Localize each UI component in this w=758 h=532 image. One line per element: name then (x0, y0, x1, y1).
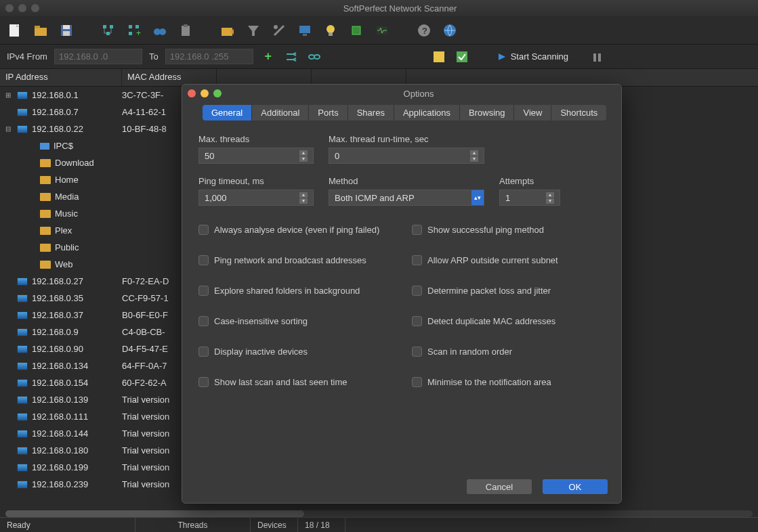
checkbox-option[interactable]: Show last scan and last seen time (198, 370, 392, 394)
checkbox-option[interactable]: Minimise to the notification area (412, 370, 605, 394)
method-select[interactable]: Both ICMP and ARP▴▾ (329, 190, 484, 206)
col-ip[interactable]: IP Address (0, 69, 122, 86)
note-icon[interactable] (431, 49, 447, 65)
checkbox-option[interactable]: Case-insensitive sorting (198, 309, 392, 333)
ip-address: 192.168.0.111 (32, 412, 88, 422)
expand-icon[interactable]: ⊟ (5, 125, 13, 133)
tab-browsing[interactable]: Browsing (460, 105, 514, 120)
ip-address: 192.168.0.134 (32, 361, 88, 371)
svg-rect-10 (129, 25, 132, 28)
computer-icon (17, 396, 28, 404)
start-scanning-button[interactable]: Start Scanning (497, 51, 568, 62)
folder-icon (40, 159, 51, 167)
computer-icon (17, 125, 28, 133)
checkbox-option[interactable]: Show successful ping method (412, 218, 605, 242)
folder-icon (40, 193, 51, 201)
field-attempts: Attempts 1▴▾ (499, 176, 581, 206)
ip-from-input[interactable] (54, 49, 142, 64)
folder-icon (40, 244, 51, 252)
dialog-minimize-icon[interactable] (201, 89, 209, 97)
field-max-threads: Max. threads 50▴▾ (198, 134, 314, 164)
activity-icon[interactable] (374, 22, 390, 39)
svg-rect-17 (184, 24, 188, 27)
svg-rect-36 (593, 53, 596, 62)
checkbox-icon (412, 286, 422, 296)
checkbox-option[interactable]: Determine packet loss and jitter (412, 279, 605, 303)
svg-point-15 (159, 28, 166, 35)
chip-icon[interactable] (348, 22, 364, 39)
checkbox-icon (412, 225, 422, 235)
attempts-input[interactable]: 1▴▾ (499, 190, 560, 206)
lightbulb-icon[interactable] (322, 22, 339, 39)
globe-icon[interactable] (442, 22, 458, 39)
help-icon[interactable]: ? (416, 22, 432, 39)
checkbox-icon (198, 255, 209, 265)
dialog-titlebar: Options (182, 85, 621, 102)
window-controls[interactable] (5, 4, 39, 12)
horizontal-scrollbar[interactable] (5, 510, 753, 517)
ip-address: 192.168.0.199 (32, 462, 88, 472)
svg-rect-23 (303, 34, 307, 36)
dialog-zoom-icon[interactable] (213, 89, 222, 97)
folder-icon (40, 261, 51, 269)
checkbox-option[interactable]: Ping network and broadcast addresses (198, 248, 392, 272)
new-file-icon[interactable] (7, 22, 23, 39)
tab-applications[interactable]: Applications (394, 105, 460, 120)
checkbox-option[interactable]: Always analyse device (even if ping fail… (198, 218, 392, 242)
ip-address: Plex (55, 225, 72, 236)
network-icon[interactable]: + (126, 22, 142, 39)
ping-timeout-input[interactable]: 1,000▴▾ (198, 190, 314, 206)
add-range-icon[interactable]: + (260, 49, 276, 65)
svg-point-24 (327, 25, 335, 33)
checkbox-option[interactable]: Scan in random order (412, 340, 605, 363)
tools-icon[interactable] (271, 22, 287, 39)
max-threads-input[interactable]: 50▴▾ (198, 148, 314, 164)
checkbox-option[interactable]: Display inactive devices (198, 340, 392, 363)
tree-icon[interactable] (100, 22, 117, 39)
minimize-icon[interactable] (18, 4, 26, 12)
expand-icon[interactable]: ⊞ (5, 91, 13, 99)
tab-shortcuts[interactable]: Shortcuts (551, 105, 606, 120)
cancel-button[interactable]: Cancel (467, 479, 532, 494)
ip-address: Media (55, 192, 79, 202)
max-runtime-input[interactable]: 0▴▾ (329, 148, 484, 164)
checkbox-option[interactable]: Detect duplicate MAC addresses (412, 309, 605, 333)
tab-additional[interactable]: Additional (252, 105, 309, 120)
checkbox-icon (198, 377, 209, 387)
tab-general[interactable]: General (203, 105, 252, 120)
ip-to-input[interactable] (165, 49, 253, 64)
clipboard-icon[interactable] (177, 22, 194, 39)
dialog-close-icon[interactable] (188, 89, 196, 97)
checkbox-option[interactable]: Explore shared folders in background (198, 279, 392, 303)
filter-icon[interactable] (245, 22, 261, 39)
main-toolbar: + ? (0, 16, 758, 45)
tab-view[interactable]: View (514, 105, 551, 120)
svg-rect-8 (110, 25, 113, 28)
open-folder-icon[interactable] (33, 22, 49, 39)
computer-icon (17, 311, 28, 319)
svg-rect-34 (457, 51, 467, 62)
pause-icon[interactable] (589, 49, 605, 65)
dialog-body: Max. threads 50▴▾ Max. thread run-time, … (182, 125, 621, 470)
ip-address: 192.168.0.27 (32, 276, 83, 286)
shuffle-icon[interactable] (283, 49, 299, 65)
status-threads: Threads (135, 518, 251, 532)
svg-point-32 (314, 55, 320, 59)
ok-button[interactable]: OK (543, 479, 608, 494)
tab-shares[interactable]: Shares (348, 105, 394, 120)
monitor-icon[interactable] (297, 22, 313, 39)
tab-ports[interactable]: Ports (309, 105, 348, 120)
checkbox-icon (198, 316, 209, 326)
ip-address: 192.168.0.35 (32, 293, 83, 303)
computer-icon (17, 345, 28, 353)
zoom-icon[interactable] (31, 4, 39, 12)
check-icon[interactable] (454, 49, 470, 65)
computer-icon (17, 430, 28, 438)
link-icon[interactable] (306, 49, 322, 65)
binoculars-icon[interactable] (152, 22, 168, 39)
ip-address: Public (55, 242, 79, 252)
checkbox-option[interactable]: Allow ARP outside current subnet (412, 248, 605, 272)
open-recent-icon[interactable] (219, 22, 236, 39)
save-icon[interactable] (58, 22, 75, 39)
close-icon[interactable] (5, 4, 14, 12)
